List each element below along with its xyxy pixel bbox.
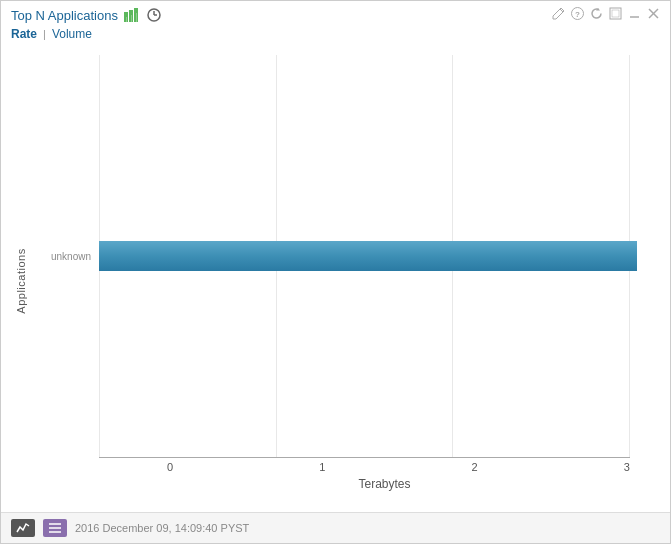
bar-fill xyxy=(99,241,637,271)
x-axis-label: Terabytes xyxy=(99,477,650,491)
x-tick-0: 0 xyxy=(167,461,173,473)
widget-header: Top N Applications xyxy=(1,1,670,25)
y-axis-label: Applications xyxy=(15,248,27,313)
sub-header: Rate | Volume xyxy=(1,25,670,45)
bar-label: unknown xyxy=(41,251,91,262)
chart-toggle-icon[interactable] xyxy=(11,519,35,537)
help-icon[interactable]: ? xyxy=(571,7,584,23)
chart-area: Applications unknown xyxy=(1,45,670,512)
header-left: Top N Applications xyxy=(11,7,162,23)
x-axis-ticks: 0 1 2 3 xyxy=(167,457,630,473)
widget-footer: 2016 December 09, 14:09:40 PYST xyxy=(1,512,670,543)
list-toggle-icon[interactable] xyxy=(43,519,67,537)
chart-plot-area: unknown 0 1 2 3 Terabytes xyxy=(31,55,650,507)
x-axis-area: 0 1 2 3 Terabytes xyxy=(31,457,650,507)
y-axis-label-container: Applications xyxy=(11,55,31,507)
svg-rect-14 xyxy=(612,10,619,17)
bars-section: unknown xyxy=(31,55,650,457)
expand-icon[interactable] xyxy=(609,7,622,23)
svg-rect-4 xyxy=(131,15,132,22)
x-tick-2: 2 xyxy=(472,461,478,473)
close-icon[interactable] xyxy=(647,7,660,23)
svg-rect-3 xyxy=(126,17,127,22)
chart-inner: Applications unknown xyxy=(11,55,650,507)
widget-title: Top N Applications xyxy=(11,8,118,23)
volume-link[interactable]: Volume xyxy=(52,27,92,41)
refresh-icon[interactable] xyxy=(590,7,603,23)
footer-timestamp: 2016 December 09, 14:09:40 PYST xyxy=(75,522,249,534)
divider: | xyxy=(43,28,46,40)
x-tick-1: 1 xyxy=(319,461,325,473)
minimize-icon[interactable] xyxy=(628,7,641,23)
svg-rect-5 xyxy=(136,13,137,22)
bar-chart-icon[interactable] xyxy=(124,7,140,23)
svg-text:?: ? xyxy=(575,10,580,19)
bar-wrapper xyxy=(99,241,650,271)
edit-icon[interactable] xyxy=(552,7,565,23)
clock-icon[interactable] xyxy=(146,7,162,23)
svg-rect-13 xyxy=(610,8,621,19)
rate-link[interactable]: Rate xyxy=(11,27,37,41)
toolbar-icons: ? xyxy=(552,7,660,23)
x-axis-line xyxy=(99,457,630,458)
x-tick-3: 3 xyxy=(624,461,630,473)
table-row: unknown xyxy=(41,236,650,276)
widget-container: Top N Applications xyxy=(0,0,671,544)
